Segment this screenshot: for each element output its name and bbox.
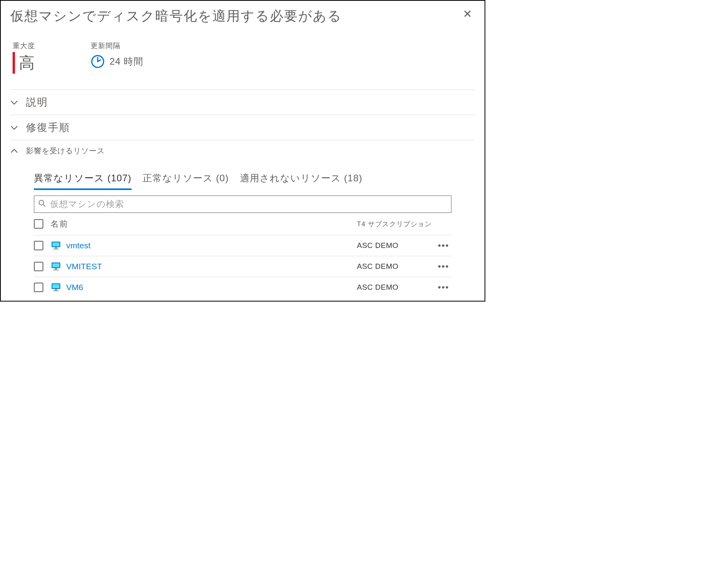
checkbox-row[interactable] (34, 241, 43, 250)
checkbox-row[interactable] (34, 283, 43, 292)
checkbox-row[interactable] (34, 262, 43, 271)
svg-rect-12 (53, 270, 59, 270)
refresh-label: 更新間隔 (91, 41, 143, 50)
chevron-down-icon (10, 125, 18, 130)
tab-unhealthy[interactable]: 異常なリソース (107) (34, 172, 132, 190)
section-remediation-label: 修復手順 (26, 121, 70, 134)
table-row: VMITEST ASC DEMO ••• (34, 256, 451, 277)
svg-rect-10 (52, 263, 59, 267)
search-icon (38, 199, 46, 209)
svg-point-3 (39, 200, 44, 205)
severity-value: 高 (19, 52, 35, 74)
table-row: VM6 ASC DEMO ••• (34, 277, 451, 298)
more-button[interactable]: ••• (436, 282, 451, 292)
severity-block: 重大度 高 (13, 41, 35, 74)
svg-rect-7 (55, 247, 57, 249)
clock-icon (91, 54, 105, 69)
svg-line-4 (43, 205, 45, 207)
section-description[interactable]: 説明 (10, 89, 475, 115)
vm-icon (50, 240, 61, 251)
page-title: 仮想マシンでディスク暗号化を適用する必要がある (10, 7, 460, 25)
svg-rect-6 (52, 242, 59, 246)
more-button[interactable]: ••• (436, 240, 451, 251)
vm-link[interactable]: VM6 (66, 283, 357, 292)
vm-icon (50, 261, 61, 272)
search-box[interactable] (34, 196, 451, 213)
svg-rect-8 (53, 249, 59, 250)
svg-rect-15 (55, 289, 57, 291)
subscription-name: ASC DEMO (357, 283, 436, 292)
severity-label: 重大度 (13, 41, 35, 50)
svg-rect-16 (53, 291, 59, 291)
chevron-down-icon (10, 100, 18, 105)
checkbox-all[interactable] (34, 219, 43, 229)
close-icon: ✕ (463, 8, 472, 20)
vm-link[interactable]: VMITEST (66, 262, 357, 271)
tab-not-applicable[interactable]: 適用されないリソース (18) (240, 172, 362, 188)
chevron-up-icon (10, 149, 18, 153)
table-header: 名前 T4 サブスクリプション (34, 213, 451, 235)
more-icon: ••• (438, 240, 449, 250)
svg-rect-11 (55, 268, 57, 270)
section-description-label: 説明 (26, 95, 48, 109)
close-button[interactable]: ✕ (460, 7, 475, 21)
section-remediation[interactable]: 修復手順 (10, 115, 475, 140)
column-subscription-header[interactable]: T4 サブスクリプション (357, 220, 436, 229)
more-icon: ••• (438, 261, 449, 271)
vm-icon (50, 282, 61, 293)
column-name-header[interactable]: 名前 (50, 218, 357, 229)
subscription-name: ASC DEMO (357, 241, 436, 250)
refresh-block: 更新間隔 24 時間 (91, 41, 143, 74)
more-button[interactable]: ••• (436, 261, 451, 272)
section-affected[interactable]: 影響を受けるリソース (10, 140, 475, 162)
section-affected-label: 影響を受けるリソース (26, 146, 105, 156)
svg-rect-14 (52, 284, 59, 288)
vm-link[interactable]: vmtest (66, 241, 357, 250)
subscription-name: ASC DEMO (357, 262, 436, 271)
table-row: vmtest ASC DEMO ••• (34, 235, 451, 256)
refresh-value: 24 時間 (110, 55, 143, 68)
more-icon: ••• (438, 282, 449, 292)
search-input[interactable] (50, 199, 447, 209)
tab-healthy[interactable]: 正常なリソース (0) (143, 172, 229, 188)
